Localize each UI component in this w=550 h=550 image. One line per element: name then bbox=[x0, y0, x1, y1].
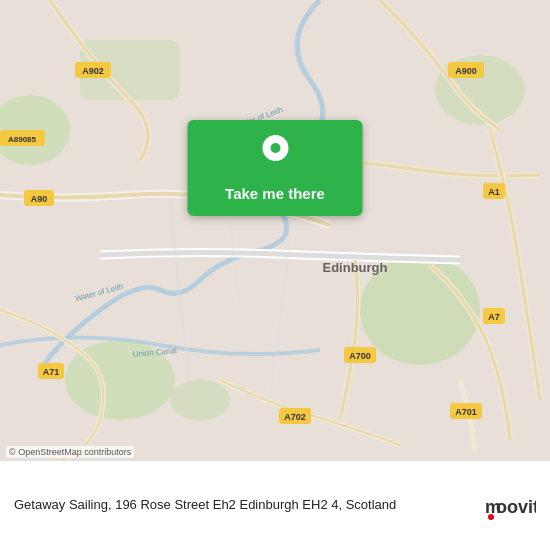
osm-attribution: © OpenStreetMap contributors bbox=[6, 446, 134, 458]
svg-point-37 bbox=[488, 514, 494, 520]
svg-text:A90: A90 bbox=[31, 194, 48, 204]
take-me-there-button[interactable]: Take me there bbox=[188, 120, 363, 216]
svg-text:A89085: A89085 bbox=[8, 135, 37, 144]
svg-point-6 bbox=[170, 380, 230, 420]
svg-point-34 bbox=[270, 143, 280, 153]
svg-text:A701: A701 bbox=[455, 407, 477, 417]
address-text: Getaway Sailing, 196 Rose Street Eh2 Edi… bbox=[14, 496, 396, 514]
svg-text:A7: A7 bbox=[488, 312, 500, 322]
map-background: A902 A900 A90 A901 A1 A7 A700 A702 bbox=[0, 0, 550, 460]
map-container: A902 A900 A90 A901 A1 A7 A700 A702 bbox=[0, 0, 550, 550]
moovit-logo: m oovit bbox=[484, 491, 536, 521]
moovit-logo-svg: m oovit bbox=[484, 491, 536, 521]
svg-text:A702: A702 bbox=[284, 412, 306, 422]
location-pin-icon bbox=[259, 134, 291, 177]
svg-text:A1: A1 bbox=[488, 187, 500, 197]
svg-text:A700: A700 bbox=[349, 351, 371, 361]
bottom-bar: Getaway Sailing, 196 Rose Street Eh2 Edi… bbox=[0, 460, 550, 550]
cta-label: Take me there bbox=[225, 185, 325, 202]
svg-text:A71: A71 bbox=[43, 367, 60, 377]
svg-text:Edinburgh: Edinburgh bbox=[323, 260, 388, 275]
svg-text:A902: A902 bbox=[82, 66, 104, 76]
svg-text:A900: A900 bbox=[455, 66, 477, 76]
svg-text:oovit: oovit bbox=[496, 497, 536, 517]
